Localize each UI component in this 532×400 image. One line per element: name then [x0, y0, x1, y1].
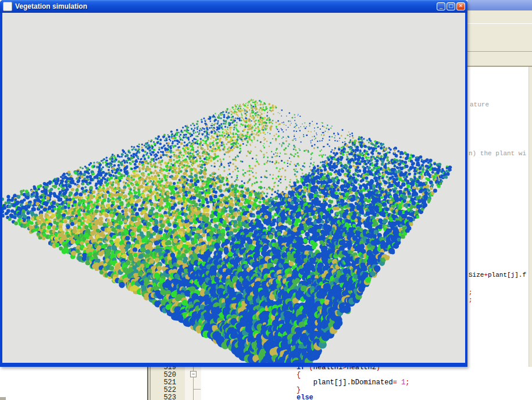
- code-token: [397, 378, 401, 387]
- gutter-numbers: 519520521522523: [151, 363, 185, 400]
- code-line: plant[j].bDominated= 1;: [297, 378, 409, 386]
- application-icon: [3, 2, 12, 11]
- code-line: else: [297, 394, 409, 400]
- close-icon: ✕: [459, 3, 463, 9]
- code-token: Size: [469, 272, 484, 278]
- maximize-icon: ▢: [448, 3, 454, 9]
- background-code-line: ;: [469, 289, 473, 296]
- code-token: =: [393, 378, 397, 387]
- code-token: plant[j].bDominated: [297, 378, 393, 387]
- minimize-icon: _: [440, 3, 442, 9]
- rightstrip-code-layer: aturen) the plant wiSize+plant[j].f;;: [467, 67, 532, 400]
- background-code-line: n) the plant wi: [469, 150, 526, 157]
- code-token: ;: [405, 378, 409, 387]
- line-number: 520: [151, 371, 185, 378]
- status-overlay: Plants: 9999 (Sp1: 1250 (0) Sp2: 1239 (2…: [4, 347, 423, 363]
- background-toolbar-lower: [467, 52, 532, 67]
- scrollbar-corner: [0, 397, 6, 400]
- vegetation-window: Vegetation simulation _ ▢ ✕ Plants: 9999…: [0, 0, 467, 367]
- code-token: ;: [469, 297, 473, 303]
- background-code-line: ature: [470, 101, 489, 108]
- simulation-canvas: [2, 13, 465, 363]
- background-editor-area: aturen) the plant wiSize+plant[j].f;;: [467, 67, 532, 400]
- code-token: ;: [469, 289, 473, 296]
- code-line: {: [297, 371, 409, 378]
- screen: aturen) the plant wiSize+plant[j].f;; 51…: [0, 0, 532, 400]
- window-controls: _ ▢ ✕: [435, 2, 465, 10]
- background-menubar: [467, 10, 532, 24]
- line-number: 521: [151, 378, 185, 386]
- code-line: }: [297, 386, 409, 394]
- line-number: 523: [151, 394, 185, 400]
- title-bar[interactable]: Vegetation simulation _ ▢ ✕: [0, 0, 467, 13]
- close-button[interactable]: ✕: [456, 2, 465, 10]
- background-code-line: ;: [469, 297, 473, 303]
- code-token: {: [297, 371, 301, 379]
- minimize-button[interactable]: _: [437, 2, 445, 10]
- code-token: }: [297, 386, 301, 394]
- simulation-viewport: Plants: 9999 (Sp1: 1250 (0) Sp2: 1239 (2…: [2, 13, 465, 363]
- background-ide-bottom-strip: 519520521522523 − if (Health1>Health2){ …: [0, 367, 532, 400]
- background-toolbar: [467, 24, 532, 52]
- editor-scrollbar[interactable]: [529, 67, 532, 367]
- line-number: 522: [151, 386, 185, 394]
- code-token: n) the plant wi: [469, 150, 526, 157]
- code-token: ature: [470, 101, 489, 108]
- code-token: else: [297, 394, 313, 400]
- code-lines: if (Health1>Health2){ plant[j].bDominate…: [297, 363, 409, 400]
- maximize-button[interactable]: ▢: [447, 2, 455, 10]
- fold-tick: [194, 389, 201, 390]
- background-ide-right-strip: aturen) the plant wiSize+plant[j].f;;: [467, 0, 532, 400]
- window-title: Vegetation simulation: [15, 2, 435, 10]
- code-token: plant[j].f: [488, 272, 526, 278]
- bottom-left-pane: [0, 367, 147, 400]
- background-window-titlebar: [467, 0, 532, 10]
- fold-toggle-button[interactable]: −: [190, 371, 197, 377]
- background-code-line: Size+plant[j].f: [469, 272, 526, 278]
